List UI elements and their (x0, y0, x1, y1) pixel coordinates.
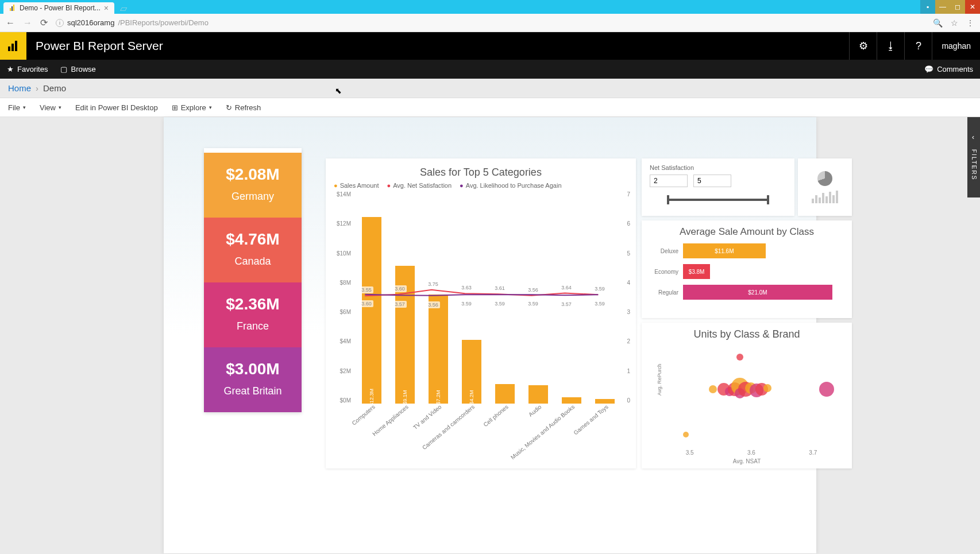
explore-menu[interactable]: ⊞Explore▾ (172, 103, 212, 112)
breadcrumb: Home › Demo (0, 79, 980, 98)
slicer-min-input[interactable] (650, 175, 688, 187)
url-field[interactable]: i sql2016oramg/PBIReports/powerbi/Demo (56, 18, 925, 27)
bubble[interactable] (819, 382, 834, 397)
bubble[interactable] (709, 385, 717, 393)
browser-tabs: Demo - Power BI Report... × ▱ (0, 0, 127, 14)
country-card-canada[interactable]: $4.76M Canada (204, 218, 302, 282)
country-card-france[interactable]: $2.36M France (204, 282, 302, 347)
breadcrumb-home[interactable]: Home (8, 83, 31, 93)
scatter-x-label: Avg. NSAT (650, 458, 844, 464)
bookmark-icon[interactable]: ☆ (951, 18, 958, 28)
chart-sales-top5[interactable]: Sales for Top 5 Categories Sales Amount … (326, 158, 636, 468)
breadcrumb-current: Demo (43, 83, 66, 93)
url-path: /PBIReports/powerbi/Demo (118, 18, 209, 27)
y-axis-right: 76543210 (627, 191, 630, 404)
report-page[interactable]: $2.08M Germany $4.76M Canada $2.36M Fran… (164, 117, 816, 553)
close-window-button[interactable]: ✕ (965, 0, 980, 14)
help-button[interactable]: ? (904, 32, 932, 60)
forward-button[interactable]: → (23, 18, 32, 28)
chart-units-class-brand[interactable]: Units by Class & Brand Avg. RePurch 3.53… (642, 323, 852, 468)
combo-chart-plot: $14M$12M$10M$8M$6M$4M$2M$0M 76543210 $12… (353, 191, 620, 415)
minimize-button[interactable]: — (935, 0, 950, 14)
hbar[interactable]: $11.6M (683, 243, 766, 258)
bar[interactable] (562, 397, 581, 404)
report-toolbar: File▾ View▾ Edit in Power BI Desktop ⊞Ex… (0, 98, 980, 117)
site-info-icon[interactable]: i (56, 19, 64, 27)
new-tab-button[interactable]: ▱ (120, 3, 127, 14)
bar[interactable] (495, 384, 515, 404)
chevron-left-icon: ‹ (970, 133, 978, 141)
zoom-icon[interactable]: 🔍 (933, 18, 943, 28)
bubble[interactable] (683, 432, 689, 437)
chart-title: Sales for Top 5 Categories (330, 166, 631, 179)
slicer-net-satisfaction[interactable]: Net Satisfaction (642, 158, 794, 216)
chart-legend: Sales Amount Avg. Net Satisfaction Avg. … (330, 182, 631, 189)
back-button[interactable]: ← (6, 18, 15, 28)
report-canvas: $2.08M Germany $4.76M Canada $2.36M Fran… (0, 117, 980, 553)
download-button[interactable]: ⭳ (877, 32, 904, 60)
visual-type-switcher[interactable] (798, 158, 852, 216)
maximize-button[interactable]: ◻ (950, 0, 965, 14)
window-controls: ▪ — ◻ ✕ (920, 0, 980, 14)
browser-tab[interactable]: Demo - Power BI Report... × (3, 2, 114, 14)
svg-rect-0 (10, 8, 11, 11)
slicer-range[interactable] (667, 194, 769, 206)
app-header: Power BI Report Server ⚙ ⭳ ? maghan (0, 32, 980, 60)
chart-title: Average Sale Amount by Class (650, 226, 844, 238)
svg-rect-3 (8, 47, 10, 51)
comments-icon: 💬 (924, 65, 933, 73)
url-host: sql2016oramg (67, 18, 114, 27)
bar[interactable] (528, 385, 548, 404)
browse-link[interactable]: ▢Browse (60, 65, 95, 73)
powerbi-icon (9, 5, 16, 11)
view-menu[interactable]: View▾ (40, 103, 61, 112)
powerbi-logo[interactable] (0, 32, 26, 60)
reload-button[interactable]: ⟳ (40, 17, 48, 28)
svg-rect-1 (11, 6, 13, 11)
title-bar: Demo - Power BI Report... × ▱ ▪ — ◻ ✕ (0, 0, 980, 14)
bar[interactable]: $12.3M (362, 217, 381, 404)
bar-icon[interactable] (812, 191, 838, 203)
bubble[interactable] (763, 384, 771, 392)
settings-button[interactable]: ⚙ (849, 32, 877, 60)
y-axis-left: $14M$12M$10M$8M$6M$4M$2M$0M (331, 191, 351, 404)
bar[interactable]: $7.2M (429, 295, 448, 404)
breadcrumb-separator: › (36, 83, 38, 93)
address-bar: ← → ⟳ i sql2016oramg/PBIReports/powerbi/… (0, 14, 980, 32)
slicer-title: Net Satisfaction (650, 164, 786, 171)
scatter-plot: Avg. RePurch (659, 344, 844, 447)
hbar[interactable]: $3.8M (683, 264, 710, 279)
country-card-germany[interactable]: $2.08M Germany (204, 153, 302, 218)
country-cards[interactable]: $2.08M Germany $4.76M Canada $2.36M Fran… (204, 148, 302, 412)
slicer-max-input[interactable] (693, 175, 731, 187)
svg-rect-2 (13, 5, 14, 11)
bubble[interactable] (736, 354, 743, 361)
refresh-button[interactable]: ↻Refresh (226, 103, 261, 112)
filters-pane-toggle[interactable]: ‹ FILTERS (967, 117, 980, 197)
scatter-x-ticks: 3.53.63.7 (659, 450, 844, 456)
pie-icon[interactable] (817, 171, 832, 186)
user-menu[interactable]: maghan (932, 32, 980, 60)
user-icon[interactable]: ▪ (920, 0, 935, 14)
menu-icon[interactable]: ⋮ (966, 18, 974, 28)
hbar[interactable]: $21.0M (683, 285, 832, 300)
chart-title: Units by Class & Brand (650, 328, 844, 340)
browse-icon: ▢ (60, 65, 67, 73)
bar[interactable]: $4.2M (462, 340, 481, 404)
app-title: Power BI Report Server (26, 39, 849, 53)
nav-bar: ★Favorites ▢Browse 💬Comments (0, 60, 980, 79)
star-icon: ★ (7, 65, 14, 73)
close-tab-icon[interactable]: × (104, 4, 109, 12)
comments-link[interactable]: 💬Comments (924, 65, 973, 73)
refresh-icon: ↻ (226, 103, 232, 112)
favorites-link[interactable]: ★Favorites (7, 65, 48, 73)
tab-title: Demo - Power BI Report... (20, 4, 101, 12)
file-menu[interactable]: File▾ (8, 103, 26, 112)
country-card-gb[interactable]: $3.00M Great Britain (204, 347, 302, 412)
svg-rect-5 (15, 41, 17, 51)
explore-icon: ⊞ (172, 103, 178, 112)
svg-rect-4 (11, 44, 14, 51)
chart-avg-sale-class[interactable]: Average Sale Amount by Class Deluxe$11.6… (642, 220, 852, 318)
edit-desktop-button[interactable]: Edit in Power BI Desktop (75, 103, 158, 112)
